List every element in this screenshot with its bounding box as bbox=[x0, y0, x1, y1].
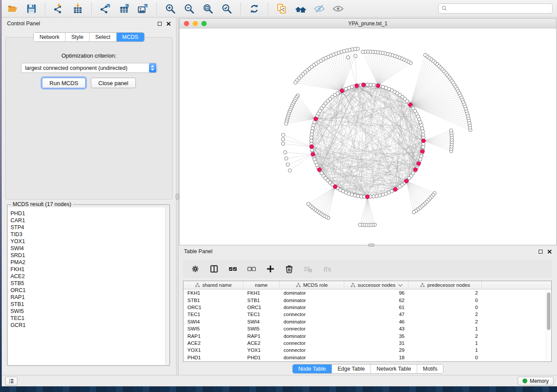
list-item[interactable]: PMA2 bbox=[10, 259, 165, 266]
table-row[interactable]: PHD1PHD1dominator180 bbox=[183, 354, 551, 361]
tab-motifs[interactable]: Motifs bbox=[417, 364, 443, 373]
table-row[interactable]: STB1STB1dominator620 bbox=[183, 296, 551, 303]
tab-mcds[interactable]: MCDS bbox=[117, 33, 144, 41]
mcds-hub-node[interactable] bbox=[422, 139, 426, 143]
network-leaf-node[interactable] bbox=[307, 202, 310, 206]
horizontal-splitter-handle[interactable] bbox=[368, 244, 374, 247]
zoom-fit-button[interactable] bbox=[201, 2, 214, 15]
mcds-hub-node[interactable] bbox=[314, 117, 318, 121]
mcds-hub-node[interactable] bbox=[408, 103, 412, 107]
network-leaf-node[interactable] bbox=[358, 223, 362, 227]
tab-network-table[interactable]: Network Table bbox=[371, 364, 417, 373]
network-node[interactable] bbox=[310, 130, 314, 133]
settings-button[interactable] bbox=[190, 264, 201, 274]
network-leaf-node[interactable] bbox=[450, 129, 453, 132]
close-icon[interactable] bbox=[547, 249, 552, 254]
list-item[interactable]: SWI4 bbox=[10, 245, 165, 252]
import-network-button[interactable] bbox=[52, 2, 66, 15]
mcds-hub-node[interactable] bbox=[420, 149, 424, 153]
mcds-hub-node[interactable] bbox=[355, 84, 359, 88]
list-item[interactable]: CAR1 bbox=[10, 217, 165, 224]
list-item[interactable]: FKH1 bbox=[10, 266, 165, 273]
table-row[interactable]: YOX1YOX1connector291 bbox=[183, 347, 551, 354]
clear-checks-button[interactable] bbox=[246, 264, 257, 274]
column-header-shared-name[interactable]: shared name bbox=[183, 281, 243, 289]
network-node[interactable] bbox=[422, 133, 425, 136]
network-leaf-node[interactable] bbox=[281, 142, 285, 145]
task-history-button[interactable] bbox=[5, 377, 17, 385]
table-scrollbar[interactable] bbox=[546, 290, 551, 361]
save-button[interactable] bbox=[25, 2, 38, 15]
mcds-hub-node[interactable] bbox=[365, 195, 369, 199]
network-leaf-node[interactable] bbox=[424, 53, 427, 57]
table-row[interactable]: SWI4SWI4dominator462 bbox=[183, 318, 551, 325]
table-scrollbar-thumb[interactable] bbox=[547, 292, 550, 330]
list-item[interactable]: TEC1 bbox=[10, 315, 165, 322]
duplicate-network-button[interactable] bbox=[275, 2, 288, 15]
network-leaf-node[interactable] bbox=[346, 55, 350, 59]
network-leaf-node[interactable] bbox=[284, 157, 288, 160]
float-icon[interactable] bbox=[158, 22, 162, 26]
mcds-hub-node[interactable] bbox=[333, 185, 337, 189]
network-node[interactable] bbox=[356, 194, 360, 198]
table-row[interactable]: TEC1TEC1connector472 bbox=[183, 311, 551, 318]
open-button[interactable] bbox=[6, 2, 19, 15]
network-node[interactable] bbox=[353, 194, 356, 197]
network-leaf-node[interactable] bbox=[288, 169, 292, 172]
list-item[interactable]: TID3 bbox=[10, 231, 165, 238]
network-leaf-node[interactable] bbox=[294, 81, 297, 84]
list-item[interactable]: STB5 bbox=[10, 280, 165, 287]
network-node[interactable] bbox=[375, 194, 379, 198]
list-item[interactable]: STP4 bbox=[10, 224, 165, 231]
export-table-button[interactable] bbox=[118, 2, 131, 15]
list-item[interactable]: SWI5 bbox=[10, 308, 165, 315]
columns-button[interactable] bbox=[209, 264, 219, 274]
network-leaf-node[interactable] bbox=[354, 54, 357, 58]
column-header-predecessor-nodes[interactable]: predecessor nodes bbox=[408, 281, 482, 289]
list-item[interactable]: PHD1 bbox=[10, 210, 165, 217]
network-leaf-node[interactable] bbox=[361, 50, 364, 54]
list-item[interactable]: ORC1 bbox=[10, 287, 165, 294]
network-node[interactable] bbox=[311, 127, 315, 130]
close-panel-button[interactable]: Close panel bbox=[91, 78, 136, 88]
delete-button[interactable] bbox=[284, 264, 294, 274]
tab-edge-table[interactable]: Edge Table bbox=[332, 364, 371, 373]
add-button[interactable] bbox=[265, 264, 276, 274]
zoom-out-button[interactable] bbox=[183, 2, 196, 15]
tab-select[interactable]: Select bbox=[90, 33, 117, 41]
memory-button[interactable]: Memory bbox=[518, 377, 554, 385]
mcds-hub-node[interactable] bbox=[340, 89, 344, 93]
list-item[interactable]: YOX1 bbox=[10, 238, 165, 245]
mcds-hub-node[interactable] bbox=[361, 83, 365, 87]
network-leaf-node[interactable] bbox=[286, 163, 290, 166]
column-header-name[interactable]: name bbox=[243, 281, 280, 289]
hide-selected-button[interactable] bbox=[313, 2, 326, 15]
table-row[interactable]: ACE2ACE2connector311 bbox=[183, 340, 551, 347]
network-leaf-node[interactable] bbox=[412, 210, 415, 214]
network-leaf-node[interactable] bbox=[281, 133, 285, 137]
tab-node-table[interactable]: Node Table bbox=[293, 364, 332, 373]
table-row[interactable]: SWI5SWI5connector431 bbox=[183, 325, 551, 332]
import-table-button[interactable] bbox=[71, 2, 84, 15]
tab-style[interactable]: Style bbox=[66, 33, 90, 41]
show-all-button[interactable] bbox=[332, 2, 345, 15]
list-item[interactable]: GCR1 bbox=[10, 322, 165, 329]
list-item[interactable]: STB1 bbox=[10, 301, 165, 308]
network-node[interactable] bbox=[372, 195, 375, 198]
network-node[interactable] bbox=[310, 148, 314, 152]
search-input[interactable] bbox=[438, 3, 553, 14]
list-item[interactable]: RAP1 bbox=[10, 294, 165, 301]
list-item[interactable]: SRD1 bbox=[10, 252, 165, 259]
zoom-selected-button[interactable] bbox=[220, 2, 233, 15]
mcds-hub-node[interactable] bbox=[405, 179, 408, 183]
table-row[interactable]: FKH1FKH1dominator962 bbox=[183, 289, 551, 296]
float-icon[interactable] bbox=[539, 250, 543, 254]
table-row[interactable]: RAP1RAP1dominator352 bbox=[183, 332, 551, 339]
network-node[interactable] bbox=[421, 130, 425, 133]
tab-network[interactable]: Network bbox=[34, 33, 66, 41]
select-all-checks-button[interactable] bbox=[228, 264, 238, 274]
list-item[interactable]: ACE2 bbox=[10, 273, 165, 280]
export-image-button[interactable] bbox=[136, 2, 149, 15]
mcds-hub-node[interactable] bbox=[414, 168, 418, 172]
mcds-hub-node[interactable] bbox=[317, 168, 321, 172]
